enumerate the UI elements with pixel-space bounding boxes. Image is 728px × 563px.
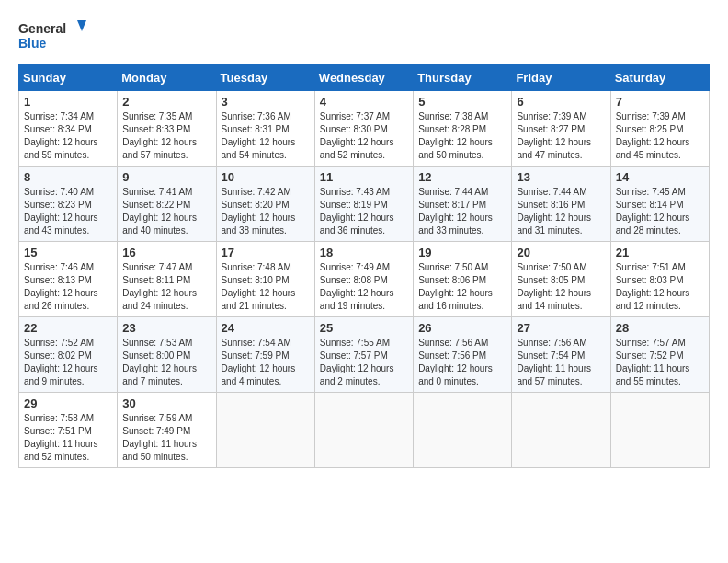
- svg-marker-2: [77, 20, 86, 31]
- calendar-week-row: 15Sunrise: 7:46 AM Sunset: 8:13 PM Dayli…: [19, 242, 710, 317]
- day-number: 24: [222, 321, 310, 335]
- day-info: Sunrise: 7:44 AM Sunset: 8:17 PM Dayligh…: [418, 186, 506, 237]
- day-info: Sunrise: 7:36 AM Sunset: 8:31 PM Dayligh…: [222, 110, 310, 162]
- day-number: 23: [122, 321, 210, 335]
- calendar-cell: 2Sunrise: 7:35 AM Sunset: 8:33 PM Daylig…: [118, 91, 216, 167]
- calendar-cell: 27Sunrise: 7:56 AM Sunset: 7:54 PM Dayli…: [512, 317, 610, 393]
- svg-text:Blue: Blue: [18, 36, 47, 51]
- day-info: Sunrise: 7:51 AM Sunset: 8:03 PM Dayligh…: [616, 261, 704, 313]
- weekday-header: Saturday: [610, 65, 709, 91]
- calendar-cell: 11Sunrise: 7:43 AM Sunset: 8:19 PM Dayli…: [314, 167, 413, 242]
- calendar-cell: 21Sunrise: 7:51 AM Sunset: 8:03 PM Dayli…: [610, 242, 709, 317]
- day-number: 28: [616, 321, 704, 335]
- day-info: Sunrise: 7:52 AM Sunset: 8:02 PM Dayligh…: [24, 337, 112, 388]
- calendar-cell: 16Sunrise: 7:47 AM Sunset: 8:11 PM Dayli…: [118, 242, 216, 317]
- calendar-cell: 13Sunrise: 7:44 AM Sunset: 8:16 PM Dayli…: [512, 167, 610, 242]
- day-info: Sunrise: 7:46 AM Sunset: 8:13 PM Dayligh…: [24, 261, 112, 313]
- day-info: Sunrise: 7:53 AM Sunset: 8:00 PM Dayligh…: [122, 337, 210, 388]
- calendar-cell: 23Sunrise: 7:53 AM Sunset: 8:00 PM Dayli…: [118, 317, 216, 393]
- calendar-cell: 20Sunrise: 7:50 AM Sunset: 8:05 PM Dayli…: [512, 242, 610, 317]
- calendar-cell: 19Sunrise: 7:50 AM Sunset: 8:06 PM Dayli…: [414, 242, 512, 317]
- calendar-cell: [216, 393, 314, 468]
- calendar-week-row: 22Sunrise: 7:52 AM Sunset: 8:02 PM Dayli…: [19, 317, 710, 393]
- day-info: Sunrise: 7:50 AM Sunset: 8:05 PM Dayligh…: [517, 261, 605, 313]
- calendar-cell: 14Sunrise: 7:45 AM Sunset: 8:14 PM Dayli…: [610, 167, 709, 242]
- day-number: 10: [222, 170, 310, 184]
- day-number: 11: [320, 170, 408, 184]
- calendar-cell: 6Sunrise: 7:39 AM Sunset: 8:27 PM Daylig…: [512, 91, 610, 167]
- calendar-cell: 18Sunrise: 7:49 AM Sunset: 8:08 PM Dayli…: [314, 242, 413, 317]
- day-number: 8: [24, 170, 112, 184]
- weekday-header: Wednesday: [314, 65, 413, 91]
- day-info: Sunrise: 7:38 AM Sunset: 8:28 PM Dayligh…: [418, 110, 506, 162]
- day-info: Sunrise: 7:56 AM Sunset: 7:54 PM Dayligh…: [517, 337, 605, 388]
- day-info: Sunrise: 7:54 AM Sunset: 7:59 PM Dayligh…: [222, 337, 310, 388]
- day-number: 4: [320, 95, 408, 109]
- day-number: 15: [24, 246, 112, 259]
- calendar-cell: 10Sunrise: 7:42 AM Sunset: 8:20 PM Dayli…: [216, 167, 314, 242]
- calendar-cell: 4Sunrise: 7:37 AM Sunset: 8:30 PM Daylig…: [314, 91, 413, 167]
- calendar-table: SundayMondayTuesdayWednesdayThursdayFrid…: [18, 64, 710, 468]
- day-number: 2: [122, 95, 210, 109]
- day-info: Sunrise: 7:58 AM Sunset: 7:51 PM Dayligh…: [24, 412, 112, 464]
- day-info: Sunrise: 7:44 AM Sunset: 8:16 PM Dayligh…: [517, 186, 605, 237]
- day-number: 16: [122, 246, 210, 259]
- day-number: 26: [418, 321, 506, 335]
- day-info: Sunrise: 7:55 AM Sunset: 7:57 PM Dayligh…: [320, 337, 408, 388]
- day-info: Sunrise: 7:59 AM Sunset: 7:49 PM Dayligh…: [122, 412, 210, 464]
- page-header: General Blue: [18, 18, 710, 57]
- day-number: 9: [122, 170, 210, 184]
- calendar-cell: [610, 393, 709, 468]
- calendar-cell: 17Sunrise: 7:48 AM Sunset: 8:10 PM Dayli…: [216, 242, 314, 317]
- day-info: Sunrise: 7:37 AM Sunset: 8:30 PM Dayligh…: [320, 110, 408, 162]
- calendar-cell: 9Sunrise: 7:41 AM Sunset: 8:22 PM Daylig…: [118, 167, 216, 242]
- calendar-week-row: 8Sunrise: 7:40 AM Sunset: 8:23 PM Daylig…: [19, 167, 710, 242]
- day-number: 6: [517, 95, 605, 109]
- calendar-cell: 7Sunrise: 7:39 AM Sunset: 8:25 PM Daylig…: [610, 91, 709, 167]
- calendar-cell: [512, 393, 610, 468]
- day-number: 25: [320, 321, 408, 335]
- day-number: 7: [616, 95, 704, 109]
- day-info: Sunrise: 7:40 AM Sunset: 8:23 PM Dayligh…: [24, 186, 112, 237]
- weekday-header: Sunday: [19, 65, 118, 91]
- weekday-header-row: SundayMondayTuesdayWednesdayThursdayFrid…: [19, 65, 710, 91]
- day-number: 19: [418, 246, 506, 259]
- day-info: Sunrise: 7:39 AM Sunset: 8:25 PM Dayligh…: [616, 110, 704, 162]
- calendar-cell: 28Sunrise: 7:57 AM Sunset: 7:52 PM Dayli…: [610, 317, 709, 393]
- day-info: Sunrise: 7:47 AM Sunset: 8:11 PM Dayligh…: [122, 261, 210, 313]
- calendar-week-row: 1Sunrise: 7:34 AM Sunset: 8:34 PM Daylig…: [19, 91, 710, 167]
- calendar-cell: [414, 393, 512, 468]
- weekday-header: Thursday: [414, 65, 512, 91]
- day-number: 12: [418, 170, 506, 184]
- day-info: Sunrise: 7:57 AM Sunset: 7:52 PM Dayligh…: [616, 337, 704, 388]
- day-info: Sunrise: 7:41 AM Sunset: 8:22 PM Dayligh…: [122, 186, 210, 237]
- day-info: Sunrise: 7:48 AM Sunset: 8:10 PM Dayligh…: [222, 261, 310, 313]
- svg-text:General: General: [18, 21, 66, 36]
- day-number: 27: [517, 321, 605, 335]
- calendar-cell: 8Sunrise: 7:40 AM Sunset: 8:23 PM Daylig…: [19, 167, 118, 242]
- calendar-cell: 5Sunrise: 7:38 AM Sunset: 8:28 PM Daylig…: [414, 91, 512, 167]
- calendar-cell: 1Sunrise: 7:34 AM Sunset: 8:34 PM Daylig…: [19, 91, 118, 167]
- calendar-cell: 24Sunrise: 7:54 AM Sunset: 7:59 PM Dayli…: [216, 317, 314, 393]
- day-info: Sunrise: 7:45 AM Sunset: 8:14 PM Dayligh…: [616, 186, 704, 237]
- calendar-cell: 15Sunrise: 7:46 AM Sunset: 8:13 PM Dayli…: [19, 242, 118, 317]
- day-info: Sunrise: 7:35 AM Sunset: 8:33 PM Dayligh…: [122, 110, 210, 162]
- weekday-header: Monday: [118, 65, 216, 91]
- logo: General Blue: [18, 18, 92, 57]
- day-number: 30: [122, 396, 210, 410]
- day-number: 3: [222, 95, 310, 109]
- day-info: Sunrise: 7:43 AM Sunset: 8:19 PM Dayligh…: [320, 186, 408, 237]
- day-info: Sunrise: 7:42 AM Sunset: 8:20 PM Dayligh…: [222, 186, 310, 237]
- calendar-cell: 3Sunrise: 7:36 AM Sunset: 8:31 PM Daylig…: [216, 91, 314, 167]
- calendar-week-row: 29Sunrise: 7:58 AM Sunset: 7:51 PM Dayli…: [19, 393, 710, 468]
- day-number: 20: [517, 246, 605, 259]
- day-info: Sunrise: 7:39 AM Sunset: 8:27 PM Dayligh…: [517, 110, 605, 162]
- day-number: 18: [320, 246, 408, 259]
- calendar-cell: [314, 393, 413, 468]
- day-info: Sunrise: 7:56 AM Sunset: 7:56 PM Dayligh…: [418, 337, 506, 388]
- calendar-cell: 29Sunrise: 7:58 AM Sunset: 7:51 PM Dayli…: [19, 393, 118, 468]
- calendar-cell: 22Sunrise: 7:52 AM Sunset: 8:02 PM Dayli…: [19, 317, 118, 393]
- day-number: 1: [24, 95, 112, 109]
- day-info: Sunrise: 7:49 AM Sunset: 8:08 PM Dayligh…: [320, 261, 408, 313]
- calendar-cell: 30Sunrise: 7:59 AM Sunset: 7:49 PM Dayli…: [118, 393, 216, 468]
